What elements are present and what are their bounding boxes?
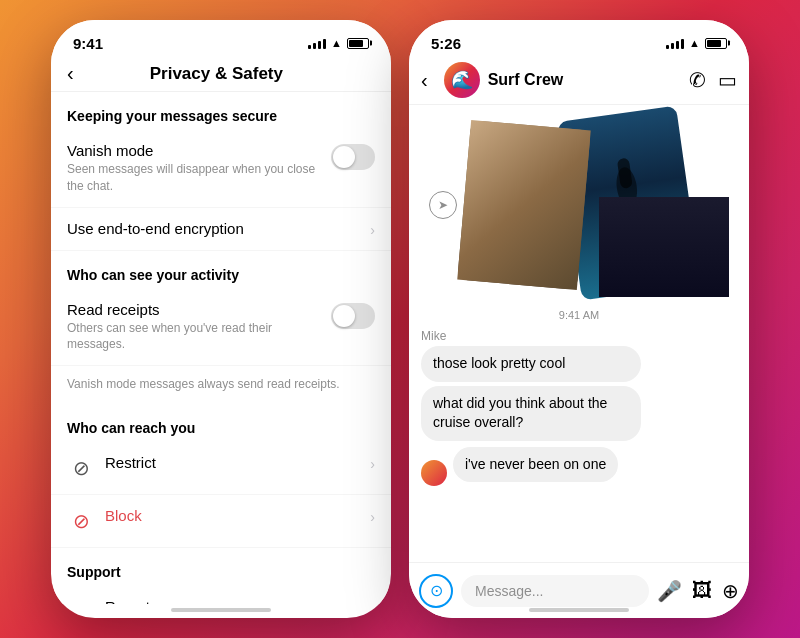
vanish-mode-title: Vanish mode [67,142,323,159]
message-bubble-3: i've never been on one [453,447,618,483]
section-header-messages: Keeping your messages secure [51,92,391,130]
chat-timestamp: 9:41 AM [409,305,749,329]
block-icon: ⊘ [67,507,95,535]
wifi-icon-2: ▲ [689,37,700,49]
group-name: Surf Crew [488,71,681,89]
chat-nav-bar: ‹ 🌊 Surf Crew ✆ ▭ [409,56,749,105]
wifi-icon: ▲ [331,37,342,49]
restrict-chevron-icon: › [370,456,375,472]
chat-area: ➤ 9:41 AM Mike those look pretty cool wh… [409,105,749,561]
vanish-mode-note: Vanish mode messages always send read re… [51,366,391,404]
restrict-row[interactable]: ⊘ Restrict › [51,442,391,495]
privacy-nav-bar: ‹ Privacy & Safety [51,56,391,92]
status-time-2: 5:26 [431,35,461,52]
input-action-icons: 🎤 🖼 ⊕ [657,579,739,603]
status-time-1: 9:41 [73,35,103,52]
phone-call-icon[interactable]: ✆ [689,68,706,92]
status-bar-1: 9:41 ▲ [51,20,391,56]
e2e-title: Use end-to-end encryption [67,220,362,237]
message-group-1: Mike those look pretty cool what did you… [409,329,749,441]
settings-content: Keeping your messages secure Vanish mode… [51,92,391,604]
message-sender-1: Mike [421,329,737,343]
image-icon[interactable]: 🖼 [692,579,712,602]
section-header-support: Support [51,548,391,586]
status-icons-1: ▲ [308,37,369,49]
read-receipts-title: Read receipts [67,301,323,318]
status-icons-2: ▲ [666,37,727,49]
report-icon: ⚑ [67,598,95,604]
nav-title: Privacy & Safety [82,64,351,84]
read-receipts-subtitle: Others can see when you've read their me… [67,320,323,354]
microphone-icon[interactable]: 🎤 [657,579,682,603]
report-chevron-icon: › [370,600,375,604]
read-receipts-toggle[interactable] [331,303,375,329]
section-header-reach: Who can reach you [51,404,391,442]
vanish-mode-row[interactable]: Vanish mode Seen messages will disappear… [51,130,391,208]
vanish-mode-toggle[interactable] [331,144,375,170]
camera-button[interactable]: ⊙ [419,574,453,608]
vanish-mode-subtitle: Seen messages will disappear when you cl… [67,161,323,195]
home-indicator-2 [529,608,629,612]
message-bubble-2: what did you think about the cruise over… [421,386,641,441]
read-receipts-row[interactable]: Read receipts Others can see when you've… [51,289,391,367]
group-avatar: 🌊 [444,62,480,98]
battery-icon [347,38,369,49]
send-arrow-icon: ➤ [438,198,448,212]
phone-chat: 5:26 ▲ ‹ 🌊 Surf Crew ✆ ▭ [409,20,749,618]
room-image [457,120,590,290]
home-indicator [171,608,271,612]
section-header-activity: Who can see your activity [51,251,391,289]
back-button[interactable]: ‹ [67,62,74,85]
small-avatar [421,460,447,486]
chat-back-button[interactable]: ‹ [421,69,428,92]
battery-icon-2 [705,38,727,49]
add-icon[interactable]: ⊕ [722,579,739,603]
send-button[interactable]: ➤ [429,191,457,219]
message-with-avatar: i've never been on one [409,447,749,487]
phone-privacy-safety: 9:41 ▲ ‹ Privacy & Safety Keeping your m… [51,20,391,618]
dark-room-image [599,197,729,297]
signal-bars-icon-2 [666,37,684,49]
camera-icon: ⊙ [430,581,443,600]
block-chevron-icon: › [370,509,375,525]
message-bubble-1: those look pretty cool [421,346,641,382]
message-input[interactable]: Message... [461,575,649,607]
report-title: Report [105,598,362,604]
block-title: Block [105,507,362,524]
image-collage: ➤ [409,105,749,305]
restrict-icon: ⊘ [67,454,95,482]
block-row[interactable]: ⊘ Block › [51,495,391,548]
report-row[interactable]: ⚑ Report › [51,586,391,604]
video-call-icon[interactable]: ▭ [718,68,737,92]
status-bar-2: 5:26 ▲ [409,20,749,56]
e2e-encryption-row[interactable]: Use end-to-end encryption › [51,208,391,251]
e2e-chevron-icon: › [370,222,375,238]
chat-action-icons: ✆ ▭ [689,68,737,92]
restrict-title: Restrict [105,454,362,471]
signal-bars-icon [308,37,326,49]
